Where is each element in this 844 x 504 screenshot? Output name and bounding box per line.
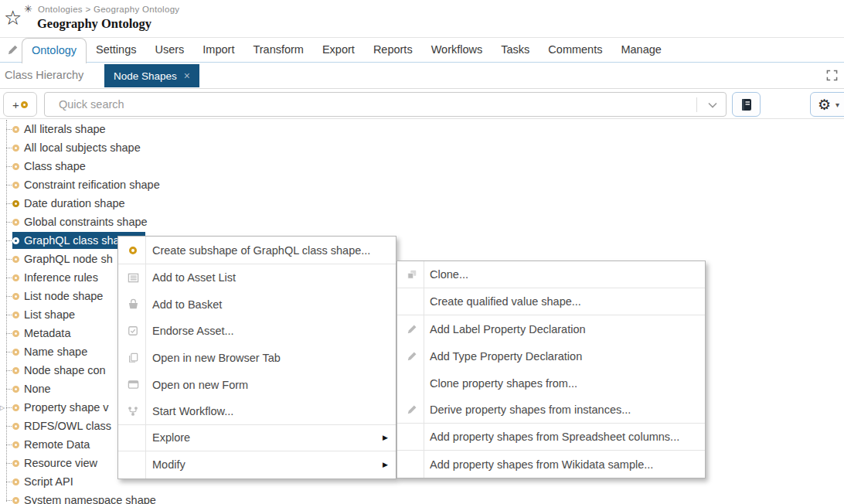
page-title: Geography Ontology: [37, 16, 151, 32]
asset-list-icon: [124, 272, 141, 284]
menu-item-open-new-form[interactable]: Open on new Form: [118, 371, 396, 398]
tab-class-hierarchy[interactable]: Class Hierarchy: [5, 69, 83, 81]
close-icon[interactable]: ×: [184, 70, 190, 82]
node-shape-circle-icon: [12, 423, 19, 430]
tab-ontology[interactable]: Ontology: [22, 38, 87, 63]
menu-item-explore[interactable]: Explore ▶: [118, 425, 396, 452]
node-shape-circle-icon: [12, 182, 19, 189]
node-shape-circle-icon: [12, 145, 19, 152]
dictionary-button[interactable]: [732, 92, 761, 117]
node-shape-circle-icon: [12, 367, 19, 374]
pencil-icon: [403, 404, 420, 415]
node-shape-circle-icon: [12, 312, 19, 318]
submenu-item-add-label-property-declaration[interactable]: Add Label Property Declaration: [397, 315, 705, 342]
pencil-icon: [403, 351, 420, 362]
submenu-item-add-property-shapes-wikidata[interactable]: Add property shapes from Wikidata sample…: [397, 451, 705, 478]
submenu-item-derive-property-shapes[interactable]: Derive property shapes from instances...: [397, 397, 705, 424]
node-shape-circle-icon: [12, 460, 19, 467]
tab-node-shapes[interactable]: Node Shapes ×: [104, 64, 199, 87]
browser-tab-icon: [124, 352, 141, 363]
book-icon: [740, 98, 753, 111]
fullscreen-icon[interactable]: [826, 70, 838, 81]
node-shape-circle-icon: [12, 330, 19, 337]
submenu-item-add-property-shapes-spreadsheet[interactable]: Add property shapes from Spreadsheet col…: [397, 424, 705, 451]
menu-item-modify[interactable]: Modify ▶: [118, 451, 396, 478]
breadcrumb: ✳ Ontologies > Geography Ontology: [24, 3, 179, 15]
menu-item-add-to-basket[interactable]: Add to Basket: [118, 291, 396, 318]
ontology-asterisk-icon: ✳: [24, 3, 32, 15]
node-shape-circle-icon: [12, 349, 19, 356]
submenu-item-clone[interactable]: Clone...: [397, 261, 705, 288]
form-window-icon: [124, 379, 141, 390]
tab-users[interactable]: Users: [145, 38, 193, 63]
tab-settings[interactable]: Settings: [87, 38, 145, 63]
submenu-item-add-type-property-declaration[interactable]: Add Type Property Declaration: [397, 342, 705, 369]
endorse-check-icon: [124, 325, 141, 336]
tree-item-constraint-reification-shape[interactable]: Constraint reification shape: [0, 175, 844, 194]
plus-icon: +: [12, 98, 19, 111]
quick-search-combobox: [44, 92, 727, 117]
search-input[interactable]: [45, 93, 726, 116]
tab-manage[interactable]: Manage: [611, 38, 670, 63]
toolbar: + ⚙ ▾: [0, 90, 844, 119]
node-shape-circle-icon: [12, 404, 19, 411]
tree-item-global-constraints-shape[interactable]: Global constraints shape: [0, 213, 844, 231]
tab-reports[interactable]: Reports: [364, 38, 422, 63]
tab-node-shapes-label: Node Shapes: [114, 70, 177, 82]
node-shape-circle-icon: [12, 163, 19, 170]
menu-item-endorse-asset[interactable]: Endorse Asset...: [118, 318, 396, 345]
tree-item-all-local-subjects-shape[interactable]: All local subjects shape: [0, 138, 844, 157]
tab-comments[interactable]: Comments: [539, 38, 611, 63]
menu-item-start-workflow[interactable]: Start Workflow...: [118, 398, 396, 425]
tab-tasks[interactable]: Tasks: [492, 38, 539, 63]
basket-icon: [124, 298, 141, 310]
submenu-arrow-icon: ▶: [383, 434, 388, 441]
favorite-star-icon[interactable]: ☆: [4, 8, 22, 28]
main-tab-bar: Ontology Settings Users Import Transform…: [0, 38, 844, 63]
tab-transform[interactable]: Transform: [243, 38, 313, 63]
modify-submenu: Clone... Create qualified value shape...…: [396, 261, 706, 478]
submenu-item-clone-property-shapes-from[interactable]: Clone property shapes from...: [397, 369, 705, 397]
node-shape-circle-icon: [12, 497, 19, 504]
header: ☆ ✳ Ontologies > Geography Ontology Geog…: [0, 0, 844, 37]
node-shape-circle-icon: [12, 126, 19, 133]
tree-item-system-namespace-shape[interactable]: System namespace shape: [0, 491, 844, 504]
node-shape-circle-icon: [12, 386, 19, 393]
node-shape-circle-icon: [12, 200, 19, 207]
tree-item-class-shape[interactable]: Class shape: [0, 157, 844, 175]
node-shape-circle-icon: [12, 237, 19, 244]
tree-item-date-duration-shape[interactable]: Date duration shape: [0, 194, 844, 213]
edit-pencil-icon[interactable]: [7, 44, 19, 56]
node-shape-circle-icon: [12, 441, 19, 448]
tab-import[interactable]: Import: [193, 38, 243, 63]
node-shape-circle-icon: [12, 478, 19, 485]
node-shape-circle-icon: [12, 274, 19, 281]
menu-item-open-new-browser-tab[interactable]: Open in new Browser Tab: [118, 345, 396, 372]
gear-icon: ⚙: [818, 97, 831, 112]
expand-triangle-icon[interactable]: ▷: [0, 404, 5, 411]
chevron-down-icon[interactable]: [708, 102, 717, 108]
tab-workflows[interactable]: Workflows: [422, 38, 492, 63]
menu-item-add-to-asset-list[interactable]: Add to Asset List: [118, 264, 396, 291]
settings-button[interactable]: ⚙ ▾: [810, 92, 844, 117]
node-shape-circle-icon: [21, 101, 28, 108]
menu-item-create-subshape[interactable]: Create subshape of GraphQL class shape..…: [118, 237, 396, 264]
context-menu: Create subshape of GraphQL class shape..…: [117, 236, 396, 479]
submenu-arrow-icon: ▶: [383, 461, 388, 468]
search-divider: [696, 97, 697, 112]
node-shape-circle-gold-icon: [124, 247, 141, 254]
submenu-item-create-qualified-value-shape[interactable]: Create qualified value shape...: [397, 288, 705, 315]
tree-item-all-literals-shape[interactable]: All literals shape: [0, 120, 844, 138]
breadcrumb-text[interactable]: Ontologies > Geography Ontology: [38, 5, 180, 14]
tab-export[interactable]: Export: [313, 38, 364, 63]
clone-icon: [403, 269, 420, 280]
create-node-shape-button[interactable]: +: [3, 92, 37, 117]
caret-down-icon: ▾: [835, 100, 839, 109]
node-shape-circle-icon: [12, 293, 19, 300]
view-tab-row: Class Hierarchy Node Shapes ×: [0, 63, 844, 89]
workflow-branch-icon: [124, 406, 141, 417]
node-shape-circle-icon: [12, 219, 19, 226]
pencil-icon: [403, 324, 420, 335]
node-shape-circle-icon: [12, 256, 19, 263]
